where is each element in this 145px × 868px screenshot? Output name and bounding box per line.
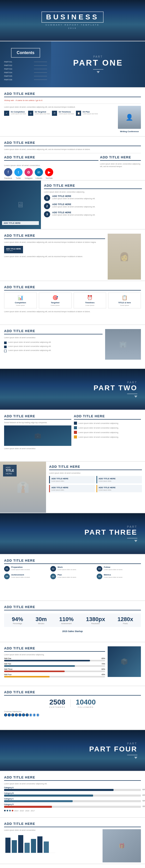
item-text-1: Lorem ipsum text here bbox=[11, 113, 26, 115]
feature-icon-2 bbox=[74, 426, 77, 429]
hbar-3: Category C 50% bbox=[4, 798, 141, 802]
slide-title-16: ADD TITLE HERE bbox=[4, 822, 141, 827]
feature-icon-3 bbox=[74, 431, 77, 434]
body-text-4: Lorem ipsum dolor sit amet, consectetur … bbox=[100, 163, 141, 168]
slide-title-12: ADD TITLE HERE bbox=[4, 605, 141, 610]
stat-30m: 30m Minutes bbox=[35, 616, 47, 624]
slide-people-grid: ADD TITLE HERE 👨 ADD TITLE Lorem ipsum d… bbox=[0, 864, 145, 868]
box-subtitle: Title Here bbox=[6, 250, 21, 251]
svg-rect-3 bbox=[25, 843, 30, 853]
contents-item-2: PART/02───────── bbox=[4, 64, 47, 67]
photo-5: 📦 bbox=[108, 646, 141, 677]
box-4-icon: 📋 bbox=[111, 295, 139, 301]
box-3: ⏰ Timelines Lorem ipsum bbox=[74, 292, 106, 308]
slide-big-nums: ADD TITLE HERE 2508 CUSTOMERS 10400 FOLL… bbox=[0, 686, 145, 730]
ach-3-num: 03 bbox=[97, 566, 102, 571]
num-3: 3 bbox=[44, 211, 50, 217]
ach-1-text: Lorem ipsum dolor sit amet. bbox=[11, 569, 30, 571]
ach-4-text: Lorem ipsum dolor sit amet. bbox=[11, 577, 30, 579]
stat-pct: 94% Percentage bbox=[12, 616, 23, 624]
ach-3-text: Lorem ipsum dolor sit amet. bbox=[104, 569, 123, 571]
feature-text-3: Lorem ipsum dolor sit amet consectetur a… bbox=[78, 432, 119, 433]
mini-box-2-text: Lorem ipsum dolor. bbox=[99, 480, 141, 482]
people-row: 👤 👤 👤 👤 👤 👤 👤 👤 👤 👤 bbox=[4, 713, 141, 716]
check-2-text: Lorem ipsum dolor sit amet consectetur a… bbox=[8, 345, 51, 347]
contents-item-5: PART/05───────── bbox=[4, 75, 47, 77]
achievement-5: 05 Plan Lorem ipsum dolor sit amet. bbox=[50, 574, 95, 579]
item-plan: 📋 04 Plan Lorem ipsum text here bbox=[76, 111, 98, 116]
slide-title-9: ADD TITLE HERE bbox=[4, 414, 71, 420]
big-num-2: 10400 FOLLOWERS bbox=[76, 698, 96, 708]
slide-stats-numbers: ADD TITLE HERE 94% Percentage 30m Minute… bbox=[0, 601, 145, 642]
slide-quote: ADD TITLE HERE Victory win · it came to … bbox=[0, 88, 145, 136]
item-text-4: Lorem ipsum text here bbox=[82, 113, 98, 115]
person-photo-2: 👩 bbox=[108, 234, 141, 280]
slide-4-boxes: ADD TITLE HERE 📊 Completion Lorem ipsum … bbox=[0, 281, 145, 324]
box-3-label: Timelines bbox=[76, 302, 104, 304]
check-3-box bbox=[4, 350, 7, 352]
check-1: Lorem ipsum dolor sit amet consectetur a… bbox=[4, 341, 102, 344]
item-timelines: ⏱ 03 Timelines Lorem ipsum text here bbox=[52, 111, 74, 116]
slide-title-8: ADD TITLE HERE bbox=[4, 329, 102, 334]
mini-box-1-title: ADD TITLE HERE bbox=[51, 477, 93, 480]
svg-rect-1 bbox=[12, 840, 17, 853]
part-one-label: PART ONE bbox=[73, 58, 123, 68]
num-2: 2 bbox=[44, 203, 50, 209]
slide-6-items: ADD TITLE HERE 01 Preparation Lorem ipsu… bbox=[0, 555, 145, 600]
mini-box-4-title: ADD TITLE HERE bbox=[99, 487, 141, 489]
item-label-1: 01 Completion bbox=[11, 111, 26, 113]
ach-2-title: Work bbox=[57, 566, 76, 568]
progress-2: Skill Two70% bbox=[4, 663, 105, 667]
hbar-1: Category A 80% bbox=[4, 787, 141, 791]
cover-title: BUSINESS bbox=[42, 11, 103, 23]
targeted-icon: ◎ bbox=[28, 111, 33, 116]
writing-conference: Writing Conference bbox=[118, 130, 141, 133]
big-num-1: 2508 CUSTOMERS bbox=[49, 698, 66, 708]
check-3-text: Lorem ipsum dolor sit amet consectetur a… bbox=[8, 349, 51, 351]
cover-subtitle: SUMMARY REPORT TEMPLATE bbox=[42, 24, 103, 26]
box-4-label: TITLE & here bbox=[111, 302, 139, 304]
body-text-12: Lorem ipsum dolor sit amet consectetur. bbox=[49, 472, 142, 474]
ach-6-num: 06 bbox=[97, 574, 102, 579]
svg-rect-5 bbox=[37, 836, 43, 853]
num-item-1: 1 ADD TITLE HERE Lorem ipsum dolor sit a… bbox=[44, 195, 142, 201]
contents-item-1: PART/01───────── bbox=[4, 61, 47, 63]
feature-text-1: Lorem ipsum dolor sit amet consectetur a… bbox=[78, 423, 119, 424]
slide-photo-nums: 🖥 ADD TITLE HERE ADD TITLE HERE Lorem ip… bbox=[0, 181, 145, 229]
mini-box-4-text: Lorem ipsum dolor. bbox=[99, 489, 141, 491]
feature-row-3: Lorem ipsum dolor sit amet consectetur a… bbox=[74, 431, 141, 434]
ach-2-num: 02 bbox=[50, 566, 56, 571]
timeline-dots: 2014 · 2015 · 2016 · 2017 bbox=[4, 810, 141, 812]
achievement-2: 02 Work Lorem ipsum dolor sit amet. bbox=[50, 566, 95, 571]
box-4-text: Lorem ipsum bbox=[111, 305, 139, 306]
box-1: 📊 Completion Lorem ipsum bbox=[4, 292, 37, 308]
slide-title-14: ADD TITLE HERE bbox=[4, 690, 141, 695]
mini-box-2-title: ADD TITLE HERE bbox=[99, 477, 141, 480]
item-label-2: 02 Targeted bbox=[35, 111, 50, 113]
ach-1-num: 01 bbox=[4, 566, 10, 571]
feature-row-2: Lorem ipsum dolor sit amet consectetur a… bbox=[74, 426, 141, 429]
box-3-icon: ⏰ bbox=[76, 295, 104, 301]
slide-title-4c: ADD TITLE HERE bbox=[100, 155, 141, 161]
slide-title-4: ADD TITLE HERE bbox=[4, 141, 141, 146]
ach-4-num: 04 bbox=[4, 574, 10, 579]
item-completion: ✓ 01 Completion Lorem ipsum text here bbox=[4, 111, 26, 116]
box-2-text: Lorem ipsum bbox=[41, 305, 69, 306]
slide-title-6: ADD TITLE HERE bbox=[4, 234, 105, 239]
box-2-label: Targeted bbox=[41, 302, 69, 304]
instagram-icon: ✿ bbox=[25, 168, 33, 176]
overlay-title: ADD TITLE HERE bbox=[3, 465, 17, 476]
check-2: Lorem ipsum dolor sit amet consectetur a… bbox=[4, 345, 102, 348]
box-3-text: Lorem ipsum bbox=[76, 305, 104, 306]
slide-cover: BUSINESS SUMMARY REPORT TEMPLATE 2016 bbox=[0, 0, 145, 41]
mini-box-3-title: ADD TITLE HERE bbox=[51, 487, 93, 489]
check-3: Lorem ipsum dolor sit amet consectetur a… bbox=[4, 349, 102, 352]
contents-item-3: PART/03───────── bbox=[4, 68, 47, 70]
part-two-label: PART PART TWO bbox=[94, 381, 137, 398]
mini-box-3: ADD TITLE HERE Lorem ipsum dolor. bbox=[49, 485, 95, 492]
ach-6-text: Lorem ipsum dolor sit amet. bbox=[104, 577, 123, 579]
slide-person-content: ADD TITLE HERE Lorem ipsum dolor sit ame… bbox=[0, 229, 145, 281]
achievement-6: 06 Metrics Lorem ipsum dolor sit amet. bbox=[97, 574, 141, 579]
num-1: 1 bbox=[44, 195, 50, 201]
slide-title-9b: ADD TITLE HERE bbox=[74, 414, 141, 420]
